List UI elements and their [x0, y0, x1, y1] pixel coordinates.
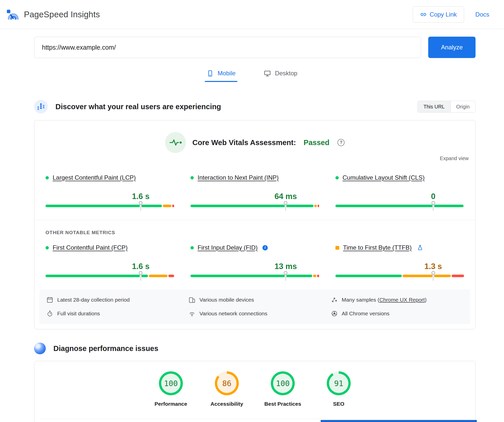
metric-ttfb-link[interactable]: Time to First Byte (TTFB) — [343, 244, 412, 251]
scope-origin-button[interactable]: Origin — [451, 101, 475, 112]
distribution-bar — [335, 275, 464, 277]
metric-status-dot — [190, 246, 194, 249]
tab-desktop-label: Desktop — [275, 70, 297, 77]
lab-data-card: 100 Performance 86 Accessibility 100 Bes… — [34, 361, 476, 422]
metric-fcp-link[interactable]: First Contentful Paint (FCP) — [53, 244, 128, 251]
distribution-bar — [46, 205, 174, 207]
metric-cls-link[interactable]: Cumulative Layout Shift (CLS) — [343, 174, 425, 181]
p75-marker — [432, 271, 435, 281]
collection-versions: All Chrome versions — [331, 310, 463, 317]
other-metrics-heading: OTHER NOTABLE METRICS — [34, 220, 475, 235]
url-input[interactable] — [34, 37, 421, 58]
score-label: Accessibility — [211, 401, 243, 407]
collection-samples: Many samples (Chrome UX Report) — [331, 297, 463, 303]
metric-status-dot — [46, 176, 49, 179]
field-data-card: Core Web Vitals Assessment: Passed ? Exp… — [34, 120, 476, 329]
tab-desktop[interactable]: Desktop — [262, 68, 299, 82]
cwv-assessment: Core Web Vitals Assessment: Passed ? — [34, 120, 475, 153]
score-best-practices[interactable]: 100 Best Practices — [262, 371, 304, 407]
collection-durations: Full visit durations — [47, 310, 179, 317]
metric-inp-link[interactable]: Interaction to Next Paint (INP) — [198, 174, 279, 181]
metric-lcp-link[interactable]: Largest Contentful Paint (LCP) — [53, 174, 136, 181]
analyze-button[interactable]: Analyze — [428, 37, 476, 58]
p75-marker — [284, 201, 287, 211]
info-icon[interactable]: i — [262, 245, 268, 250]
collection-info: Latest 28-day collection period Various … — [39, 289, 470, 324]
cwv-assessment-label: Core Web Vitals Assessment: — [192, 138, 296, 147]
cwv-assessment-status: Passed — [304, 138, 330, 147]
metric-status-square — [335, 246, 339, 250]
chrome-icon — [331, 310, 338, 317]
metric-fcp-value: 1.6 s — [132, 262, 150, 271]
flask-icon — [417, 245, 423, 251]
metric-ttfb-value: 1.3 s — [424, 262, 442, 271]
scope-this-url-button[interactable]: This URL — [418, 101, 450, 112]
field-data-icon — [34, 100, 48, 114]
score-performance[interactable]: 100 Performance — [150, 371, 192, 407]
device-tabs: Mobile Desktop — [0, 68, 504, 82]
p75-marker — [432, 201, 435, 211]
copy-link-label: Copy Link — [430, 11, 457, 18]
metric-inp: Interaction to Next Paint (INP) 64 ms — [190, 174, 319, 207]
collection-devices: Various mobile devices — [189, 297, 321, 303]
score-gauge: 86 — [215, 371, 239, 395]
distribution-bar — [335, 205, 464, 207]
category-scores: 100 Performance 86 Accessibility 100 Bes… — [34, 361, 475, 407]
tab-mobile[interactable]: Mobile — [205, 68, 238, 82]
metric-fcp: First Contentful Paint (FCP) 1.6 s — [46, 244, 174, 277]
app-title: PageSpeed Insights — [24, 10, 100, 19]
pulse-icon — [165, 132, 186, 153]
p75-marker — [139, 201, 142, 211]
link-icon — [420, 11, 427, 18]
collection-network: Various network connections — [189, 310, 321, 317]
score-seo[interactable]: 91 SEO — [318, 371, 360, 407]
score-label: Performance — [155, 401, 187, 407]
metric-cls-value: 0 — [431, 192, 435, 201]
bottom-cut-blue-bar — [321, 420, 477, 422]
pagespeed-logo-icon — [7, 9, 19, 20]
desktop-icon — [264, 70, 271, 77]
metric-fid-link[interactable]: First Input Delay (FID) — [198, 244, 258, 251]
devices-icon — [189, 297, 195, 303]
core-metrics-row: Largest Contentful Paint (LCP) 1.6 s Int… — [34, 174, 475, 207]
chrome-ux-report-link[interactable]: Chrome UX Report — [379, 297, 425, 303]
network-icon — [189, 310, 195, 317]
metric-fid-value: 13 ms — [274, 262, 297, 271]
score-gauge: 100 — [271, 371, 295, 395]
stopwatch-icon — [47, 310, 53, 317]
metric-lcp-value: 1.6 s — [132, 192, 150, 201]
expand-view-link[interactable]: Expand view — [440, 156, 469, 161]
scope-toggle: This URL Origin — [418, 101, 476, 112]
p75-marker — [284, 271, 287, 281]
metric-ttfb: Time to First Byte (TTFB) 1.3 s — [335, 244, 464, 277]
mobile-icon — [207, 70, 214, 77]
url-bar: Analyze — [34, 37, 476, 58]
metric-status-dot — [335, 176, 339, 179]
metric-status-dot — [190, 176, 194, 179]
score-gauge: 100 — [159, 371, 183, 395]
lab-data-icon — [34, 343, 46, 354]
metric-lcp: Largest Contentful Paint (LCP) 1.6 s — [46, 174, 174, 207]
score-accessibility[interactable]: 86 Accessibility — [206, 371, 248, 407]
distribution-bar — [190, 275, 319, 277]
distribution-bar — [46, 275, 174, 277]
p75-marker — [139, 271, 142, 281]
field-section-header: Discover what your real users are experi… — [34, 100, 476, 114]
metric-cls: Cumulative Layout Shift (CLS) 0 — [335, 174, 464, 207]
collection-period: Latest 28-day collection period — [47, 297, 179, 303]
metric-inp-value: 64 ms — [274, 192, 297, 201]
score-label: Best Practices — [264, 401, 301, 407]
help-icon[interactable]: ? — [337, 139, 345, 146]
lab-section-header: Diagnose performance issues — [34, 343, 476, 354]
calendar-icon — [47, 297, 53, 303]
lab-section-title: Diagnose performance issues — [53, 344, 158, 353]
samples-icon — [331, 297, 338, 303]
metric-fid: First Input Delay (FID) i 13 ms — [190, 244, 319, 277]
distribution-bar — [190, 205, 319, 207]
lab-card-divider — [39, 419, 470, 419]
score-label: SEO — [333, 401, 344, 407]
tab-mobile-label: Mobile — [218, 70, 236, 77]
copy-link-button[interactable]: Copy Link — [413, 6, 464, 23]
docs-link[interactable]: Docs — [475, 11, 489, 18]
other-metrics-row: First Contentful Paint (FCP) 1.6 s First… — [34, 244, 475, 277]
